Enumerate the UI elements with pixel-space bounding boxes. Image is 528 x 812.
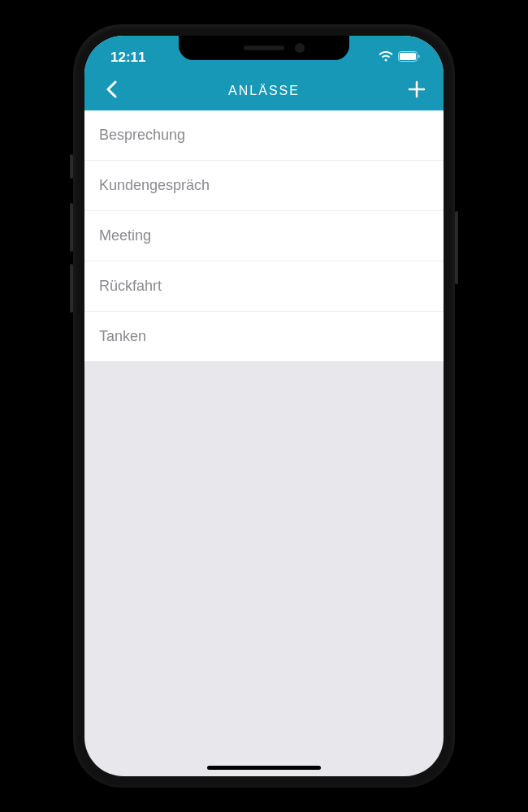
status-time: 12:11 — [110, 41, 145, 66]
page-title: ANLÄSSE — [228, 84, 300, 98]
list-item-label: Rückfahrt — [99, 278, 162, 294]
list-item-label: Besprechung — [99, 127, 185, 143]
speaker — [244, 45, 284, 50]
screen: 12:11 — [84, 36, 444, 776]
list-item-label: Meeting — [99, 227, 151, 244]
volume-up-button — [70, 203, 73, 252]
status-icons — [379, 41, 421, 66]
chevron-left-icon — [106, 80, 117, 102]
list-item[interactable]: Meeting — [84, 211, 444, 261]
occasions-list: Besprechung Kundengespräch Meeting Rückf… — [84, 110, 444, 362]
notch — [179, 36, 349, 60]
nav-bar: ANLÄSSE — [84, 71, 444, 110]
add-button[interactable] — [405, 80, 429, 102]
device-frame: 12:11 — [73, 24, 455, 788]
list-item-label: Kundengespräch — [99, 177, 210, 193]
volume-down-button — [70, 264, 73, 313]
list-item[interactable]: Rückfahrt — [84, 261, 444, 312]
list-item[interactable]: Kundengespräch — [84, 161, 444, 211]
home-indicator[interactable] — [207, 766, 321, 770]
silence-switch — [70, 154, 73, 179]
wifi-icon — [379, 50, 393, 66]
power-button — [455, 211, 458, 284]
front-camera — [295, 43, 305, 53]
svg-rect-1 — [400, 53, 416, 60]
list-item[interactable]: Besprechung — [84, 110, 444, 161]
plus-icon — [408, 80, 426, 102]
battery-icon — [398, 50, 421, 66]
back-button[interactable] — [99, 80, 123, 102]
list-item-label: Tanken — [99, 328, 146, 344]
list-item[interactable]: Tanken — [84, 312, 444, 362]
